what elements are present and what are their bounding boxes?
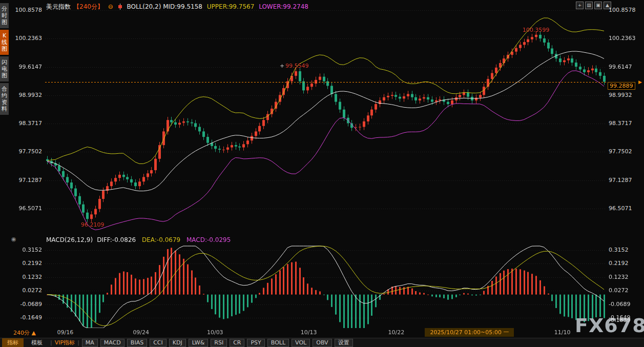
macd-header: MACD(26,12,9)DIFF:-0.0826 DEA:-0.0679 MA… <box>46 236 235 243</box>
sidebar-tab-3[interactable]: 闪电图 <box>0 56 9 81</box>
trading-app-window: 分时图K线图闪电图合约资料 ◉ 美元指数【240分】 ⊖ BOLL(20,2) … <box>0 0 644 347</box>
indicator-button-rsi[interactable]: RSI <box>211 339 227 347</box>
price-axis-label: 98.3717 <box>609 120 641 127</box>
sidebar-tab-4[interactable]: 合约资料 <box>0 83 9 115</box>
price-axis-label: 96.5071 <box>609 205 641 212</box>
price-axis-label: 97.1287 <box>609 177 641 183</box>
x-axis-label: 09/24 <box>128 329 154 336</box>
x-axis-label: 10/13 <box>296 329 322 336</box>
price-axis-label: 97.7502 <box>9 148 42 155</box>
macd-macd-label: MACD:-0.0295 <box>186 236 231 243</box>
annotation-global-high: 100.3599 <box>523 27 550 33</box>
marker-cross-icon: + <box>280 63 284 69</box>
macd-axis-label: -0.1649 <box>9 314 42 321</box>
price-axis-label: 99.6147 <box>9 64 42 70</box>
price-axis-label: 97.7502 <box>609 148 641 155</box>
indicator-button-obv[interactable]: OBV <box>313 339 331 347</box>
price-axis-label: 98.3717 <box>9 120 42 127</box>
toolbar-tab-1[interactable]: 指标 <box>2 338 24 347</box>
price-axis-label: 99.6147 <box>609 64 641 70</box>
price-axis-label: 98.9932 <box>9 92 42 98</box>
x-axis-label: 10/03 <box>202 329 228 336</box>
macd-dea-label: DEA:-0.0679 <box>142 236 180 243</box>
indicator-button-vol[interactable]: VOL <box>292 339 310 347</box>
price-axis-label: 98.9932 <box>609 92 641 98</box>
x-axis-label: 09/16 <box>52 329 78 336</box>
price-edge-arrow-icon: ▶ <box>638 79 642 85</box>
indicator-button-bias[interactable]: BIAS <box>127 339 147 347</box>
sidebar-tab-2[interactable]: K线图 <box>0 30 9 55</box>
bottom-toolbar: 指标模板|VIP指标|MAMACDBIASCCIKDJLW&RSICRPSYBO… <box>0 338 644 347</box>
price-axis-label: 100.2363 <box>9 35 42 42</box>
macd-axis-label: 0.2192 <box>9 260 42 267</box>
indicator-button-boll[interactable]: BOLL <box>267 339 289 347</box>
indicator-button-cr[interactable]: CR <box>230 339 244 347</box>
main-chart-canvas[interactable] <box>45 4 606 328</box>
indicator-button-ma[interactable]: MA <box>82 339 98 347</box>
macd-diff-label: DIFF:-0.0826 <box>97 236 136 243</box>
price-axis-label: 97.1287 <box>9 177 42 183</box>
price-axis-label: 100.2363 <box>609 35 641 42</box>
macd-axis-label: 0.0272 <box>609 287 641 294</box>
annotation-global-low: 96.2109 <box>81 221 105 228</box>
x-axis-label: 10/22 <box>383 329 409 336</box>
last-price-tag: 99.2889 <box>608 82 635 90</box>
macd-axis-label: -0.0689 <box>9 301 42 308</box>
macd-axis-label: 0.2192 <box>609 260 641 267</box>
indicator-button-lw[interactable]: LW& <box>189 339 209 347</box>
macd-pane-icon[interactable]: ◉ <box>11 236 16 242</box>
macd-axis-label: -0.0689 <box>609 301 641 308</box>
indicator-button-psy[interactable]: PSY <box>247 339 264 347</box>
period-selector[interactable]: 240分 ▲ <box>13 329 36 337</box>
price-axis-label: 96.5071 <box>9 205 42 212</box>
indicator-button-cci[interactable]: CCI <box>150 339 167 347</box>
macd-axis-label: 0.0272 <box>9 287 42 294</box>
settings-button[interactable]: 设置 <box>335 339 353 347</box>
indicator-button-kdj[interactable]: KDJ <box>169 339 186 347</box>
annotation-local-high: +99.5549 <box>280 63 309 69</box>
toolbar-divider: | <box>77 339 79 346</box>
macd-title: MACD(26,12,9) <box>46 236 93 243</box>
indicator-button-macd[interactable]: MACD <box>100 339 124 347</box>
x-axis-label: 11/10 <box>549 329 576 336</box>
price-axis-label: 100.8578 <box>9 7 42 13</box>
selected-time-label: 2025/10/27 01:00~05:00 一 <box>425 328 514 337</box>
macd-axis-label: 0.1232 <box>9 274 42 280</box>
price-axis-label: 100.8578 <box>609 7 641 13</box>
macd-axis-label: 0.3152 <box>609 247 641 253</box>
left-sidebar: 分时图K线图闪电图合约资料 <box>0 3 9 115</box>
toolbar-tab-2[interactable]: 模板 <box>26 338 48 347</box>
toolbar-divider: | <box>50 339 52 346</box>
vip-indicators-link[interactable]: VIP指标 <box>55 339 75 346</box>
macd-axis-label: 0.3152 <box>9 247 42 253</box>
macd-axis-label: 0.1232 <box>609 274 641 280</box>
macd-axis-label: -0.1839 <box>609 317 641 323</box>
sidebar-tab-1[interactable]: 分时图 <box>0 3 9 28</box>
